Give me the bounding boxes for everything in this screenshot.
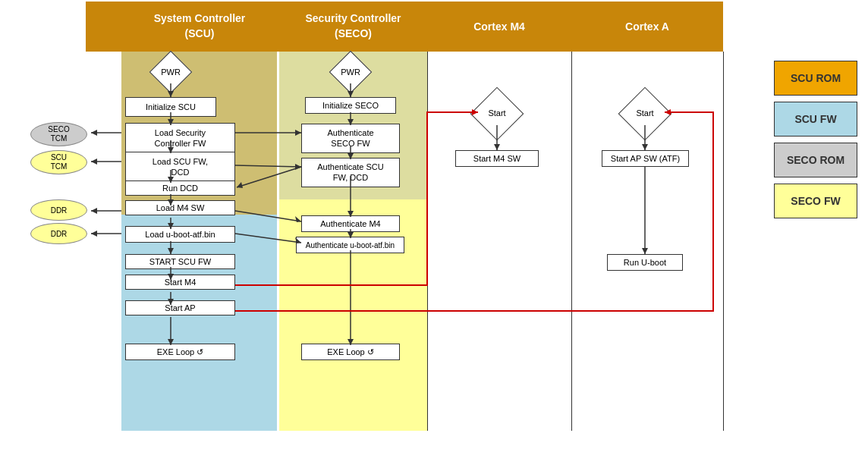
auth-m4-box: Authenticate M4 — [301, 215, 400, 232]
pwr-scu-label: PWR — [149, 63, 193, 81]
legend-scu-fw: SCU FW — [774, 102, 857, 137]
start-a-diamond-label: Start — [622, 104, 668, 122]
start-m4-box: Start M4 — [125, 275, 235, 290]
load-scu-fw-box: Load SCU FW, DCD — [125, 152, 235, 183]
init-seco-box: Initialize SECO — [305, 97, 396, 114]
load-uboot-box: Load u-boot-atf.bin — [125, 226, 235, 243]
start-ap-sw-box: Start AP SW (ATF) — [602, 150, 689, 167]
auth-uboot-box: Authenticate u-boot-atf.bin — [296, 237, 404, 253]
legend-seco-rom: SECO ROM — [774, 143, 857, 177]
load-sec-fw-box: Load Security Controller FW — [125, 123, 235, 154]
m4-header: Cortex M4 — [427, 2, 571, 52]
exe-loop-seco-box: EXE Loop ↺ — [301, 344, 400, 360]
run-dcd-box: Run DCD — [125, 180, 235, 196]
run-uboot-box: Run U-boot — [607, 254, 683, 271]
svg-marker-51 — [494, 144, 500, 150]
pwr-seco-label: PWR — [329, 63, 373, 81]
auth-seco-fw-box: Authenticate SECO FW — [301, 124, 400, 153]
scu-tcm-oval: SCUTCM — [30, 150, 87, 174]
diagram-area: System Controller (SCU) Security Control… — [0, 0, 766, 452]
start-ap-box: Start AP — [125, 300, 235, 315]
ddr-uboot-oval: DDR — [30, 223, 87, 244]
main-container: System Controller (SCU) Security Control… — [0, 0, 868, 452]
svg-marker-49 — [91, 231, 97, 237]
start-scu-fw-box: START SCU FW — [125, 254, 235, 269]
load-m4-box: Load M4 SW — [125, 200, 235, 215]
exe-loop-scu-box: EXE Loop ↺ — [125, 344, 235, 360]
auth-scu-fw-box: Authenticate SCU FW, DCD — [301, 158, 400, 187]
svg-marker-43 — [91, 130, 97, 136]
svg-marker-45 — [91, 159, 97, 165]
ddr-m4-oval: DDR — [30, 199, 87, 221]
legend-scu-rom: SCU ROM — [774, 61, 857, 96]
svg-marker-47 — [91, 208, 97, 214]
legend-seco-fw: SECO FW — [774, 184, 857, 218]
start-m4-sw-box: Start M4 SW — [455, 150, 539, 167]
start-m4-diamond-label: Start — [474, 104, 520, 122]
svg-marker-53 — [642, 144, 648, 150]
legend: SCU ROM SCU FW SECO ROM SECO FW — [766, 0, 865, 452]
seco-tcm-oval: SECOTCM — [30, 122, 87, 146]
svg-marker-55 — [642, 248, 648, 254]
init-scu-box: Initialize SCU — [125, 97, 216, 117]
seco-header: Security Controller (SECO) — [279, 2, 427, 52]
a-header: Cortex A — [571, 2, 723, 52]
